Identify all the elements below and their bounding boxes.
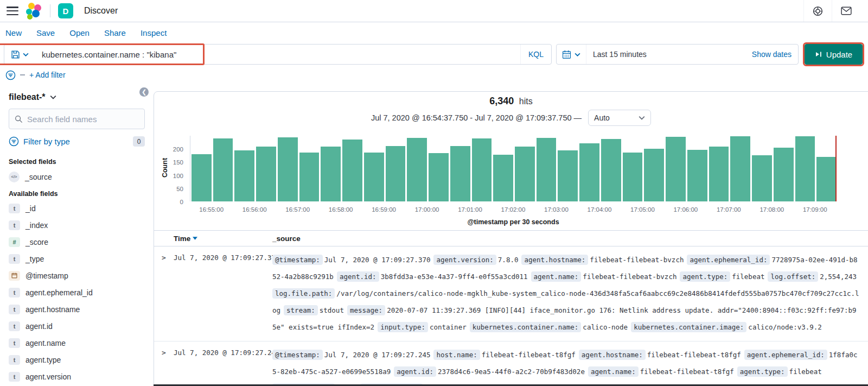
field-item-agent.hostname[interactable]: tagent.hostname <box>0 301 154 318</box>
index-pattern-select[interactable]: filebeat-* <box>0 85 154 109</box>
histogram-bar[interactable] <box>666 137 686 201</box>
query-language-button[interactable]: KQL <box>520 45 551 64</box>
y-tick: 0 <box>180 199 183 205</box>
histogram-bar[interactable] <box>192 154 212 201</box>
histogram-bar[interactable] <box>429 153 449 201</box>
histogram-bar[interactable] <box>558 150 578 201</box>
histogram-bar[interactable] <box>816 157 837 201</box>
nav-save[interactable]: Save <box>36 28 55 37</box>
source-field-key: agent.type: <box>680 271 730 282</box>
top-header: D Discover <box>0 0 868 22</box>
nav-new[interactable]: New <box>5 28 22 37</box>
query-input-group: kubernetes.container.name : "kibana" KQL <box>4 44 552 65</box>
x-tick: 16:57:00 <box>285 206 310 213</box>
query-input[interactable]: kubernetes.container.name : "kibana" <box>34 50 520 59</box>
y-axis-ticks: 050100150200 <box>166 136 187 201</box>
field-item-agent.id[interactable]: tagent.id <box>0 318 154 334</box>
y-tick: 200 <box>173 146 183 153</box>
source-field-value: filebeat-filebeat-t8fgf <box>482 351 576 359</box>
help-icon[interactable] <box>803 0 832 22</box>
source-field-key: agent.id: <box>337 271 379 282</box>
collapse-sidebar-button[interactable]: ❮ <box>139 87 149 97</box>
refresh-play-icon <box>815 50 822 58</box>
field-item-_score[interactable]: #_score <box>0 233 154 250</box>
histogram-bar[interactable] <box>278 137 298 201</box>
histogram-bar[interactable] <box>299 153 320 202</box>
histogram-bar[interactable] <box>709 147 729 201</box>
histogram-bar[interactable] <box>774 148 794 201</box>
field-search-input[interactable] <box>27 115 139 124</box>
histogram-bar[interactable] <box>623 153 643 201</box>
histogram-bar[interactable] <box>472 138 492 201</box>
filter-bar: + Add filter <box>0 65 868 85</box>
saved-query-menu-button[interactable] <box>4 50 34 59</box>
source-field-key: kubernetes.container.name: <box>470 322 582 332</box>
source-field-key: agent.hostname: <box>521 255 588 265</box>
hits-line: 6,340 hits <box>154 92 868 107</box>
time-column-header[interactable]: Time <box>174 235 272 243</box>
field-item-_source[interactable]: </>_source <box>0 168 154 186</box>
filter-divider <box>20 74 25 75</box>
string-type-icon: t <box>9 355 20 365</box>
source-field-key: stream: <box>284 305 318 315</box>
field-item-_id[interactable]: t_id <box>0 200 154 217</box>
field-item-@timestamp[interactable]: @timestamp <box>0 267 154 284</box>
histogram-bar[interactable] <box>234 150 254 201</box>
histogram-bar[interactable] <box>752 155 772 201</box>
menu-icon[interactable] <box>7 7 18 15</box>
source-field-value: filebeat-filebeat-t8fgf <box>647 351 741 359</box>
show-dates-button[interactable]: Show dates <box>745 50 798 59</box>
field-item-agent.version[interactable]: tagent.version <box>0 368 154 385</box>
histogram-bar[interactable] <box>601 139 621 201</box>
add-filter-button[interactable]: + Add filter <box>29 71 66 79</box>
filter-by-type[interactable]: Filter by type 0 <box>0 129 154 154</box>
histogram-bar[interactable] <box>537 138 557 201</box>
date-picker: Last 15 minutes Show dates <box>556 44 799 65</box>
histogram-bar[interactable] <box>256 147 276 201</box>
histogram-bar[interactable] <box>493 155 513 201</box>
newsfeed-mail-icon[interactable] <box>832 0 860 22</box>
field-item-_type[interactable]: t_type <box>0 250 154 267</box>
x-tick: 17:02:00 <box>501 206 526 213</box>
histogram-bar[interactable] <box>364 153 384 201</box>
histogram-bar[interactable] <box>795 136 815 201</box>
field-item-agent.type[interactable]: tagent.type <box>0 351 154 368</box>
field-item-_index[interactable]: t_index <box>0 217 154 233</box>
histogram-bar[interactable] <box>342 140 362 201</box>
histogram-bar[interactable] <box>386 146 406 201</box>
expand-row-icon[interactable]: > <box>154 346 174 358</box>
histogram-bar[interactable] <box>407 138 427 201</box>
histogram-bar[interactable] <box>515 147 535 201</box>
source-field-value: calico-node <box>583 323 628 331</box>
source-field-key: agent.hostname: <box>579 350 646 360</box>
histogram-bar[interactable] <box>213 138 233 201</box>
search-icon <box>15 115 23 123</box>
source-field-value: 2,554,243 <box>820 273 857 281</box>
histogram-bar[interactable] <box>730 136 750 201</box>
histogram-bar[interactable] <box>321 147 341 201</box>
nav-share[interactable]: Share <box>104 28 126 37</box>
expand-row-icon[interactable]: > <box>154 251 174 263</box>
source-field-key: input.type: <box>378 322 428 332</box>
field-name: agent.hostname <box>25 305 80 314</box>
field-item-agent.name[interactable]: tagent.name <box>0 334 154 351</box>
source-field-key: host.name: <box>433 350 480 360</box>
source-field-value: calico/node:v3.9.2 <box>748 323 821 331</box>
chevron-down-icon <box>50 95 56 99</box>
time-range-value[interactable]: Last 15 minutes <box>586 50 745 59</box>
nav-open[interactable]: Open <box>69 28 90 37</box>
update-button[interactable]: Update <box>805 44 863 65</box>
interval-select[interactable]: Auto <box>588 110 651 126</box>
kibana-discover-app: D Discover NewSaveOpenShareInspect <box>0 0 868 386</box>
field-item-agent.ephemeral_id[interactable]: tagent.ephemeral_id <box>0 284 154 301</box>
discover-app-badge: D <box>58 3 73 18</box>
source-field-key: message: <box>347 305 385 315</box>
histogram-bar[interactable] <box>579 143 599 201</box>
calendar-icon[interactable] <box>557 45 586 64</box>
nav-inspect[interactable]: Inspect <box>141 28 167 37</box>
x-tick: 17:07:00 <box>717 206 741 213</box>
histogram-bar[interactable] <box>644 149 664 201</box>
histogram-bar[interactable] <box>687 150 707 201</box>
x-axis-label: @timestamp per 30 seconds <box>190 218 837 226</box>
histogram-bar[interactable] <box>450 146 470 201</box>
